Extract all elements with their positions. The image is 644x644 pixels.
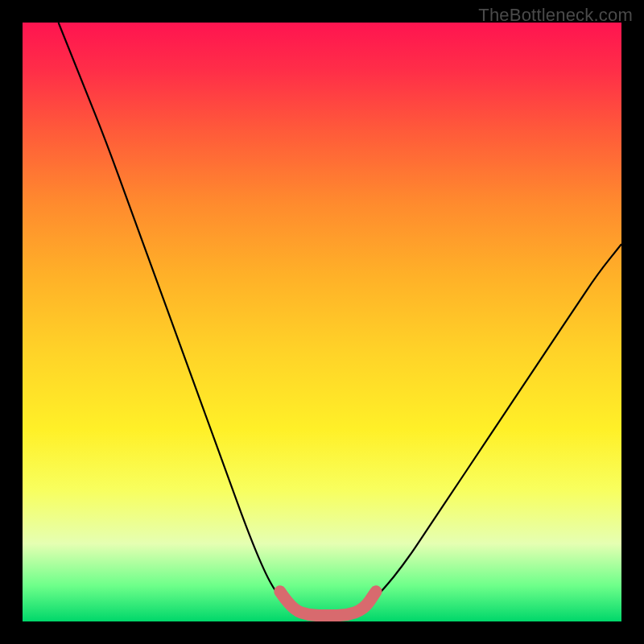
curve-group bbox=[59, 23, 621, 616]
right-curve-line bbox=[364, 244, 621, 609]
chart-frame: TheBottleneck.com bbox=[0, 0, 644, 644]
watermark-text: TheBottleneck.com bbox=[478, 5, 633, 26]
left-curve-line bbox=[59, 23, 292, 609]
chart-plot-area bbox=[23, 23, 621, 621]
highlight-band-line bbox=[280, 592, 376, 616]
chart-curves-svg bbox=[23, 23, 621, 621]
